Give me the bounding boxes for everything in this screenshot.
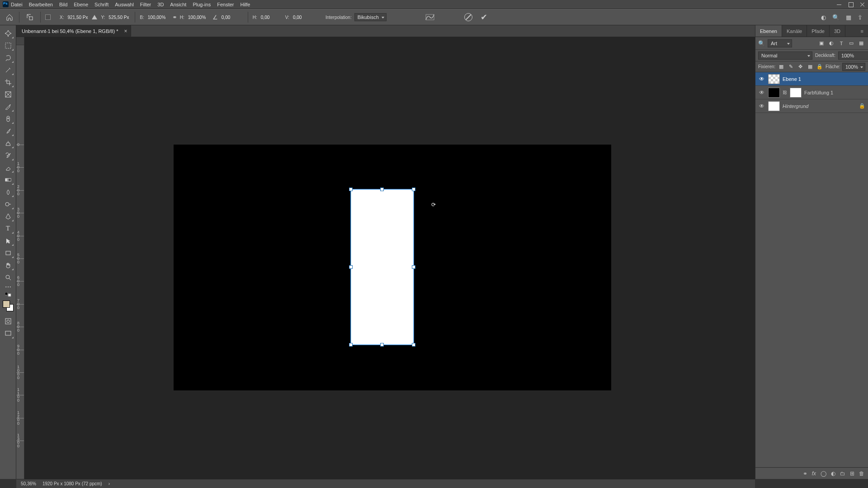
tab-channels[interactable]: Kanäle — [782, 25, 807, 37]
tab-3d[interactable]: 3D — [830, 25, 845, 37]
quickmask-icon[interactable] — [2, 315, 14, 327]
layer-visibility-icon[interactable]: 👁 — [758, 75, 765, 83]
color-swatches[interactable] — [3, 300, 14, 311]
handle-mr[interactable] — [412, 265, 415, 269]
tab-paths[interactable]: Pfade — [807, 25, 830, 37]
layer-filter-select[interactable]: Art — [768, 39, 792, 47]
rectangle-tool-icon[interactable] — [2, 247, 14, 259]
adjustment-layer-icon[interactable]: ◐ — [831, 470, 835, 477]
interpolation-select[interactable]: Bikubisch — [354, 13, 387, 21]
layer-row[interactable]: 👁Ebene 1 — [755, 72, 868, 86]
angle-input[interactable]: 0,00 — [221, 14, 243, 20]
new-layer-icon[interactable]: ⊞ — [850, 470, 854, 477]
document-tab[interactable]: Unbenannt-1 bei 50,4% (Ebene 1, RGB/8) *… — [16, 25, 131, 37]
tab-layers[interactable]: Ebenen — [755, 25, 782, 37]
lock-position-icon[interactable]: ✥ — [797, 63, 804, 71]
menu-layer[interactable]: Ebene — [74, 2, 88, 7]
pen-tool-icon[interactable] — [2, 210, 14, 222]
menu-help[interactable]: Hilfe — [240, 2, 250, 7]
layer-name[interactable]: Ebene 1 — [783, 76, 801, 82]
opacity-input[interactable]: 100% — [838, 52, 868, 60]
layer-row[interactable]: 👁⛓Farbfüllung 1 — [755, 86, 868, 99]
menu-edit[interactable]: Bearbeiten — [29, 2, 53, 7]
layer-thumbnail[interactable] — [768, 88, 780, 98]
crop-tool-icon[interactable] — [2, 76, 14, 88]
layer-mask-link-icon[interactable]: ⛓ — [783, 90, 787, 95]
eraser-tool-icon[interactable] — [2, 161, 14, 174]
eyedropper-tool-icon[interactable] — [2, 100, 14, 113]
link-layers-icon[interactable]: ⚭ — [803, 470, 807, 477]
lock-all-icon[interactable]: 🔒 — [816, 63, 824, 71]
handle-tc[interactable] — [380, 188, 384, 191]
search-icon[interactable]: 🔍 — [832, 14, 840, 21]
lock-pixels-icon[interactable]: ✎ — [787, 63, 795, 71]
fill-input[interactable]: 100% — [842, 63, 865, 71]
status-docinfo[interactable]: 1920 Px x 1080 Px (72 ppcm) — [42, 481, 102, 486]
close-tab-icon[interactable]: × — [124, 28, 127, 34]
layer-group-icon[interactable]: 🗀 — [840, 470, 845, 477]
layer-search-icon[interactable]: 🔍 — [758, 40, 765, 47]
layer-fx-icon[interactable]: fx — [812, 470, 816, 477]
menu-filter[interactable]: Filter — [140, 2, 151, 7]
filter-smart-icon[interactable]: ▦ — [857, 39, 865, 47]
menu-window[interactable]: Fenster — [217, 2, 234, 7]
handle-ml[interactable] — [349, 265, 353, 269]
menu-plugins[interactable]: Plug-ins — [193, 2, 211, 7]
filter-shape-icon[interactable]: ▭ — [847, 39, 855, 47]
layer-row[interactable]: 👁Hintergrund🔒 — [755, 99, 868, 113]
skew-h-input[interactable]: 0,00 — [260, 14, 283, 20]
layer-thumbnail[interactable] — [768, 101, 780, 111]
menu-view[interactable]: Ansicht — [170, 2, 186, 7]
skew-v-input[interactable]: 0,00 — [292, 14, 315, 20]
lasso-tool-icon[interactable] — [2, 52, 14, 64]
transform-box[interactable] — [350, 189, 414, 345]
commit-transform-icon[interactable]: ✔ — [481, 12, 487, 22]
layer-name[interactable]: Hintergrund — [783, 103, 808, 109]
layer-lock-icon[interactable]: 🔒 — [859, 103, 865, 109]
frame-tool-icon[interactable] — [2, 88, 14, 100]
filter-type-icon[interactable]: T — [837, 39, 845, 47]
lock-transparency-icon[interactable]: ▩ — [777, 63, 785, 71]
handle-tr[interactable] — [412, 188, 415, 191]
layer-visibility-icon[interactable]: 👁 — [758, 89, 765, 96]
history-brush-tool-icon[interactable] — [2, 149, 14, 161]
gradient-tool-icon[interactable] — [2, 174, 14, 186]
hand-tool-icon[interactable] — [2, 259, 14, 271]
brush-tool-icon[interactable] — [2, 125, 14, 137]
share-icon[interactable]: ⇪ — [858, 14, 863, 21]
handle-tl[interactable] — [349, 188, 353, 191]
menu-image[interactable]: Bild — [59, 2, 67, 7]
workspace-icon[interactable]: ▦ — [846, 14, 851, 21]
status-zoom[interactable]: 50,36% — [21, 481, 36, 486]
panel-menu-icon[interactable]: ≡ — [856, 25, 868, 37]
cloud-docs-icon[interactable]: ◐ — [821, 14, 826, 21]
menu-3d[interactable]: 3D — [157, 2, 164, 7]
window-close-icon[interactable] — [860, 2, 865, 7]
lock-artboard-icon[interactable]: ▦ — [806, 63, 814, 71]
cancel-transform-icon[interactable] — [464, 13, 472, 21]
link-wh-icon[interactable]: ⚭ — [172, 14, 177, 21]
y-input[interactable]: 525,50 Px — [108, 14, 130, 20]
menu-file[interactable]: Datei — [11, 2, 23, 7]
reference-point-toggle[interactable] — [45, 14, 51, 20]
clone-stamp-tool-icon[interactable] — [2, 137, 14, 149]
filter-adjust-icon[interactable]: ◐ — [827, 39, 835, 47]
filter-pixel-icon[interactable]: ▣ — [817, 39, 826, 47]
blur-tool-icon[interactable] — [2, 186, 14, 198]
status-more-icon[interactable]: › — [108, 481, 110, 486]
layer-mask-thumbnail[interactable] — [790, 88, 802, 98]
menu-select[interactable]: Auswahl — [115, 2, 134, 7]
x-input[interactable]: 921,50 Px — [66, 14, 89, 20]
toolbox-more-icon[interactable]: ⋯ — [2, 283, 14, 291]
magic-wand-tool-icon[interactable] — [2, 64, 14, 76]
healing-brush-tool-icon[interactable] — [2, 113, 14, 125]
dodge-tool-icon[interactable] — [2, 198, 14, 210]
menu-type[interactable]: Schrift — [94, 2, 108, 7]
handle-br[interactable] — [412, 343, 415, 347]
height-input[interactable]: 100,00% — [187, 14, 210, 20]
handle-bl[interactable] — [349, 343, 353, 347]
layer-mask-icon[interactable]: ◯ — [821, 470, 826, 477]
marquee-tool-icon[interactable] — [2, 39, 14, 52]
layer-visibility-icon[interactable]: 👁 — [758, 103, 765, 110]
canvas[interactable]: ⟳ — [24, 45, 755, 479]
